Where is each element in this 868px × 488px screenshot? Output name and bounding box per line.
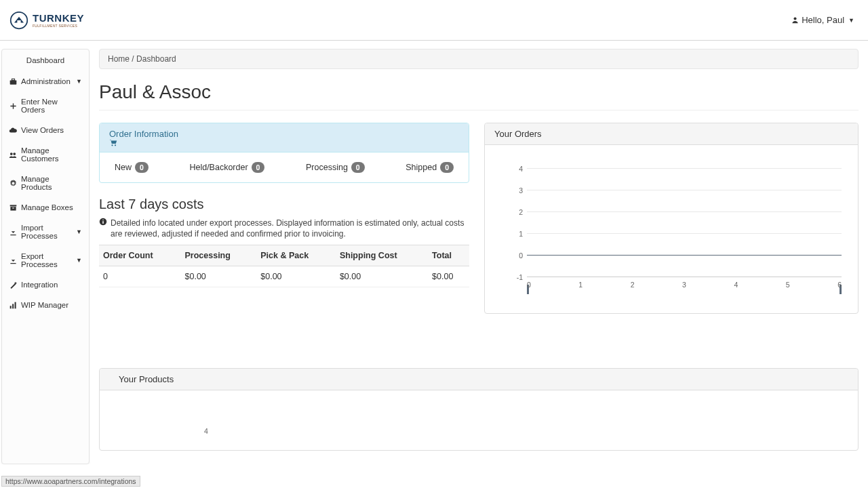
sidebar-item-import-processes[interactable]: Import Processes ▼: [2, 218, 89, 246]
user-menu[interactable]: Hello, Paul ▼: [791, 15, 854, 25]
caret-down-icon: ▼: [76, 257, 82, 264]
gear-icon: [9, 179, 17, 187]
products-chart: 4: [109, 400, 848, 441]
brand-name: TURNKEY: [33, 13, 84, 23]
your-products-panel: Your Products 4: [99, 368, 859, 451]
svg-rect-7: [9, 205, 16, 206]
sidebar-item-label: Import Processes: [21, 224, 71, 240]
download-icon: [9, 228, 17, 236]
stat-new: New0: [115, 162, 149, 173]
sidebar-item-integration[interactable]: Integration: [2, 274, 89, 295]
col-shipping: Shipping Cost: [336, 245, 428, 266]
users-icon: [9, 150, 17, 159]
table-row: 0 $0.00 $0.00 $0.00 $0.00: [99, 266, 469, 287]
panel-heading: Your Products: [100, 369, 858, 390]
costs-heading: Last 7 days costs: [99, 197, 469, 212]
svg-point-14: [115, 144, 116, 146]
caret-down-icon: ▼: [848, 17, 854, 24]
order-information-panel: Order Information New0 Held/Backorder0 P…: [99, 123, 469, 183]
stat-shipped: Shipped0: [406, 162, 454, 173]
svg-rect-1: [17, 20, 20, 24]
breadcrumb-current: Dashboard: [136, 54, 176, 64]
sidebar-item-export-processes[interactable]: Export Processes ▼: [2, 246, 89, 274]
svg-rect-4: [12, 79, 14, 80]
brand-logo[interactable]: TURNKEY FULFILLMENT SERVICES: [9, 11, 84, 30]
sidebar-item-view-orders[interactable]: View Orders: [2, 120, 89, 140]
caret-down-icon: ▼: [76, 228, 82, 235]
svg-rect-10: [9, 306, 11, 308]
svg-rect-9: [12, 207, 14, 208]
svg-rect-8: [10, 207, 16, 211]
svg-point-17: [102, 220, 104, 221]
panel-heading: Order Information: [100, 123, 469, 152]
col-pick-pack: Pick & Pack: [256, 245, 336, 266]
brand-subtitle: FULFILLMENT SERVICES: [33, 24, 84, 28]
col-total: Total: [428, 245, 469, 266]
caret-down-icon: ▼: [76, 78, 82, 85]
sidebar-item-label: WIP Manager: [21, 301, 68, 309]
your-orders-panel: Your Orders 4 3 2 1 0 -1: [484, 123, 859, 314]
costs-note: Detailed info located under export proce…: [99, 218, 469, 239]
sidebar-item-administration[interactable]: Administration ▼: [2, 71, 89, 92]
sidebar-item-label: Manage Products: [21, 175, 82, 191]
user-greeting: Hello, Paul: [802, 15, 844, 25]
breadcrumb-home[interactable]: Home: [108, 54, 130, 64]
download-icon: [9, 256, 17, 264]
sidebar-item-enter-orders[interactable]: Enter New Orders: [2, 92, 89, 120]
stat-processing: Processing0: [306, 162, 365, 173]
costs-table: Order Count Processing Pick & Pack Shipp…: [99, 245, 469, 287]
col-order-count: Order Count: [99, 245, 181, 266]
sidebar-item-label: Export Processes: [21, 252, 71, 268]
main-content: Home / Dashboard Paul & Assoc Order Info…: [90, 41, 868, 464]
sidebar-item-manage-boxes[interactable]: Manage Boxes: [2, 197, 89, 218]
sidebar-item-label: View Orders: [21, 126, 64, 134]
sidebar-item-wip-manager[interactable]: WIP Manager: [2, 295, 89, 315]
sidebar-item-label: Enter New Orders: [21, 98, 82, 114]
logo-icon: [9, 11, 28, 30]
plus-icon: [9, 102, 17, 110]
svg-rect-3: [9, 80, 16, 84]
sidebar-item-manage-products[interactable]: Manage Products: [2, 169, 89, 197]
orders-chart: 4 3 2 1 0 -1 0: [494, 155, 848, 304]
cart-icon: [109, 139, 459, 146]
page-title: Paul & Assoc: [99, 81, 859, 110]
sidebar-item-label: Manage Boxes: [21, 203, 73, 211]
col-processing: Processing: [181, 245, 257, 266]
briefcase-icon: [9, 77, 17, 85]
svg-rect-12: [14, 302, 16, 308]
svg-rect-11: [12, 304, 14, 308]
sidebar-item-label: Administration: [21, 77, 71, 85]
panel-heading: Your Orders: [485, 123, 858, 145]
svg-point-6: [13, 152, 16, 155]
cloud-icon: [9, 126, 17, 134]
sidebar-item-manage-customers[interactable]: Manage Customers: [2, 140, 89, 169]
svg-rect-16: [102, 221, 104, 224]
wand-icon: [9, 281, 17, 289]
topbar: TURNKEY FULFILLMENT SERVICES Hello, Paul…: [0, 0, 868, 41]
stat-held: Held/Backorder0: [189, 162, 264, 173]
sidebar-item-label: Integration: [21, 281, 58, 289]
archive-icon: [9, 203, 17, 211]
sidebar-item-label: Dashboard: [26, 56, 64, 64]
user-icon: [791, 16, 799, 24]
breadcrumb: Home / Dashboard: [99, 49, 859, 69]
sidebar-item-label: Manage Customers: [21, 146, 82, 163]
sidebar-item-dashboard[interactable]: Dashboard: [2, 49, 89, 71]
chart-icon: [9, 301, 17, 309]
info-icon: [99, 218, 107, 226]
svg-point-5: [10, 152, 13, 155]
svg-point-2: [794, 17, 797, 20]
svg-point-13: [111, 144, 113, 146]
sidebar: Dashboard Administration ▼ Enter New Ord…: [1, 49, 90, 464]
data-line: [527, 255, 842, 256]
